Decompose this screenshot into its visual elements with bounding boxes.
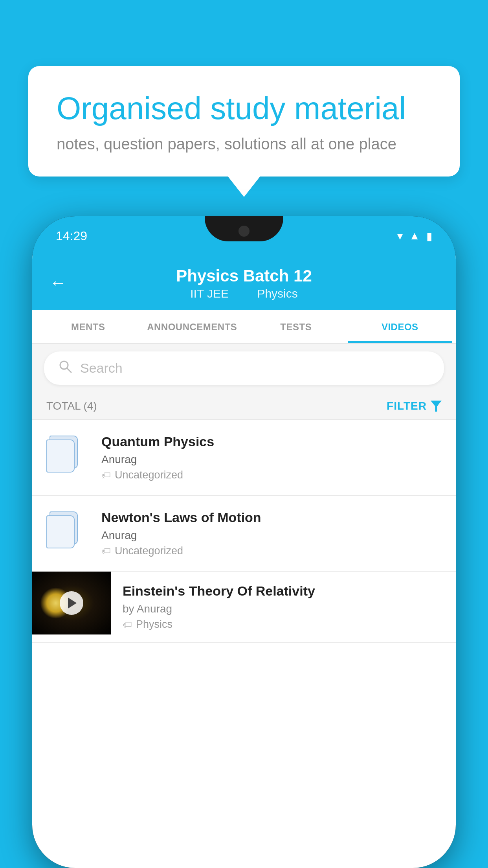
tag-label: Uncategorized bbox=[115, 545, 183, 557]
file-icon-container bbox=[46, 436, 90, 471]
tag-icon: 🏷 bbox=[123, 619, 132, 630]
status-icons: ▾ ▲ ▮ bbox=[397, 230, 432, 243]
list-item[interactable]: Einstein's Theory Of Relativity by Anura… bbox=[32, 572, 456, 643]
video-title: Einstein's Theory Of Relativity bbox=[123, 583, 444, 599]
phone-mockup: 14:29 ▾ ▲ ▮ ← Physics Batch 12 IIT JEE P… bbox=[32, 216, 456, 868]
list-item[interactable]: Quantum Physics Anurag 🏷 Uncategorized bbox=[32, 420, 456, 496]
tab-tests[interactable]: TESTS bbox=[244, 310, 348, 343]
file-icon-front bbox=[46, 515, 75, 548]
header-title: Physics Batch 12 bbox=[176, 267, 312, 285]
tab-bar: MENTS ANNOUNCEMENTS TESTS VIDEOS bbox=[32, 310, 456, 344]
video-author: Anurag bbox=[101, 529, 442, 542]
search-container: Search bbox=[32, 344, 456, 393]
search-placeholder: Search bbox=[80, 360, 123, 376]
video-thumbnail bbox=[32, 572, 111, 634]
back-button[interactable]: ← bbox=[50, 273, 67, 292]
video-info: Einstein's Theory Of Relativity by Anura… bbox=[111, 572, 456, 642]
signal-icon: ▲ bbox=[409, 230, 420, 242]
bubble-subtitle: notes, question papers, solutions all at… bbox=[57, 135, 431, 153]
header-subtitle: IIT JEE Physics bbox=[184, 287, 304, 300]
file-icon-front bbox=[46, 440, 75, 473]
tab-ments[interactable]: MENTS bbox=[36, 310, 140, 343]
filter-funnel-icon bbox=[431, 401, 442, 412]
filter-label: FILTER bbox=[387, 400, 427, 412]
video-info: Quantum Physics Anurag 🏷 Uncategorized bbox=[101, 434, 442, 481]
file-icon bbox=[46, 436, 78, 471]
video-tag: 🏷 Uncategorized bbox=[101, 545, 442, 557]
tag-label: Physics bbox=[136, 618, 172, 631]
app-header: ← Physics Batch 12 IIT JEE Physics bbox=[32, 256, 456, 310]
search-icon bbox=[58, 359, 72, 377]
total-count: TOTAL (4) bbox=[46, 400, 97, 412]
file-icon bbox=[46, 511, 78, 547]
tab-videos[interactable]: VIDEOS bbox=[348, 310, 452, 343]
video-tag: 🏷 Physics bbox=[123, 618, 444, 631]
header-subtitle-physics: Physics bbox=[257, 287, 297, 300]
video-tag: 🏷 Uncategorized bbox=[101, 469, 442, 481]
play-icon bbox=[68, 598, 77, 609]
tab-announcements[interactable]: ANNOUNCEMENTS bbox=[140, 310, 244, 343]
file-icon-container bbox=[46, 511, 90, 547]
search-bar[interactable]: Search bbox=[44, 351, 444, 385]
header-subtitle-iitjee: IIT JEE bbox=[190, 287, 229, 300]
svg-line-1 bbox=[67, 368, 71, 372]
status-time: 14:29 bbox=[56, 229, 87, 243]
wifi-icon: ▾ bbox=[397, 230, 403, 243]
video-title: Newton's Laws of Motion bbox=[101, 510, 442, 525]
filter-button[interactable]: FILTER bbox=[387, 400, 442, 412]
list-item[interactable]: Newton's Laws of Motion Anurag 🏷 Uncateg… bbox=[32, 496, 456, 572]
video-author: Anurag bbox=[101, 453, 442, 466]
video-info: Newton's Laws of Motion Anurag 🏷 Uncateg… bbox=[101, 510, 442, 557]
camera-icon bbox=[238, 226, 250, 237]
bubble-title: Organised study material bbox=[57, 90, 431, 127]
filter-bar: TOTAL (4) FILTER bbox=[32, 393, 456, 420]
play-button[interactable] bbox=[60, 591, 83, 615]
video-title: Quantum Physics bbox=[101, 434, 442, 449]
video-list: Quantum Physics Anurag 🏷 Uncategorized bbox=[32, 420, 456, 643]
speech-bubble: Organised study material notes, question… bbox=[28, 66, 460, 177]
video-author: by Anurag bbox=[123, 603, 444, 615]
tag-label: Uncategorized bbox=[115, 469, 183, 481]
screen-content: ← Physics Batch 12 IIT JEE Physics MENTS… bbox=[32, 256, 456, 868]
battery-icon: ▮ bbox=[426, 230, 432, 243]
notch bbox=[205, 216, 283, 241]
status-bar: 14:29 ▾ ▲ ▮ bbox=[32, 216, 456, 256]
tag-icon: 🏷 bbox=[101, 470, 111, 481]
tag-icon: 🏷 bbox=[101, 546, 111, 557]
